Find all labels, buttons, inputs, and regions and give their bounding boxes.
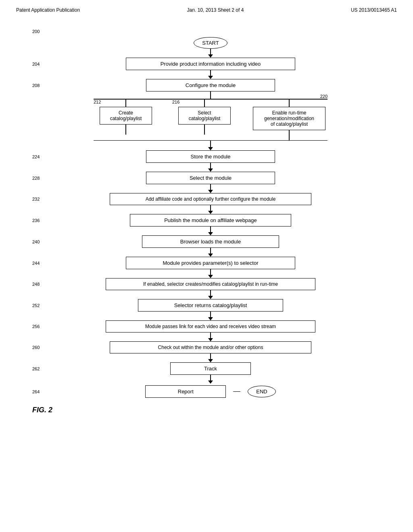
conn8 (210, 269, 211, 275)
node-232: Add affiliate code and optionally furthe… (110, 193, 311, 205)
node-220: Enable run-timegeneration/modificationof… (253, 107, 325, 130)
branch-section: 212 Createcatalog/playlist 216 Select (94, 91, 327, 150)
node-240: Browser loads the module (142, 235, 279, 248)
diagram-container: 200 START 204 Provide product informatio… (0, 17, 413, 430)
node-232-row: 232 Add affiliate code and optionally fu… (32, 193, 389, 205)
header-middle: Jan. 10, 2013 Sheet 2 of 4 (187, 7, 244, 13)
branch-216: 216 Selectcatalog/playlist (172, 100, 237, 135)
ref-260: 260 (32, 345, 40, 350)
branch-220: 220 Enable run-timegeneration/modificati… (251, 100, 327, 140)
conn7 (210, 248, 211, 254)
ref-212: 212 (94, 100, 101, 104)
ref-208: 208 (32, 83, 40, 88)
conn-216 (204, 100, 205, 107)
ref-216: 216 (172, 100, 179, 104)
node-204: Provide product information including vi… (126, 58, 295, 70)
node-212: Createcatalog/playlist (100, 107, 152, 125)
conn9 (210, 290, 211, 296)
node-264-row: 264 Report END (32, 385, 389, 398)
arrow-converge (208, 147, 213, 150)
node-252-row: 252 Selector returns catalog/playlist (32, 299, 389, 312)
ref-224: 224 (32, 154, 40, 159)
conn-216-b (204, 125, 205, 135)
node-256: Module passes link for each video and re… (106, 320, 315, 332)
branch-hline (94, 99, 327, 100)
ref-262: 262 (32, 366, 40, 371)
conn11 (210, 332, 211, 338)
arrow1 (208, 54, 213, 58)
conn-220-b (289, 130, 290, 140)
node-216: Selectcatalog/playlist (178, 107, 231, 125)
arrow13 (208, 380, 213, 384)
ref-244: 244 (32, 261, 40, 266)
ref-232: 232 (32, 197, 40, 202)
node-256-row: 256 Module passes link for each video an… (32, 320, 389, 332)
start-row: START (32, 37, 389, 49)
node-262: Track (170, 362, 251, 375)
conn-212-b (125, 125, 126, 135)
header-right: US 2013/0013465 A1 (351, 7, 397, 13)
conn-branch-top (210, 91, 211, 99)
end-node: END (248, 386, 275, 397)
conn-report-end (233, 391, 240, 392)
node-236: Publish the module on affiliate webpage (130, 214, 291, 227)
arrow2 (208, 76, 213, 79)
arrow10 (208, 317, 213, 320)
ref-248: 248 (32, 282, 40, 287)
conn6 (210, 227, 211, 232)
ref-264: 264 (32, 389, 40, 394)
page-header: Patent Application Publication Jan. 10, … (0, 0, 413, 17)
arrow8 (208, 275, 213, 278)
node-228-row: 228 Select the module (32, 172, 389, 184)
conn-converge (210, 141, 211, 147)
conn-220 (289, 100, 290, 107)
arrow7 (208, 254, 213, 257)
flowchart: START 204 Provide product information in… (32, 25, 389, 414)
start-node: START (194, 37, 227, 49)
node-204-row: 204 Provide product information includin… (32, 58, 389, 70)
arrow12 (208, 359, 213, 362)
conn3 (210, 163, 211, 168)
node-248: If enabled, selector creates/modifies ca… (106, 278, 315, 290)
ref-204: 204 (32, 62, 40, 66)
header-left: Patent Application Publication (16, 7, 80, 13)
node-240-row: 240 Browser loads the module (32, 235, 389, 248)
node-264: Report (145, 385, 226, 398)
conn10 (210, 312, 211, 317)
node-248-row: 248 If enabled, selector creates/modifie… (32, 278, 389, 290)
node-260-row: 260 Check out within the module and/or o… (32, 341, 389, 353)
node-244-row: 244 Module provides parameter(s) to sele… (32, 257, 389, 269)
conn2 (210, 70, 211, 76)
arrow5 (208, 211, 213, 214)
node-252: Selector returns catalog/playlist (138, 299, 283, 312)
conn4 (210, 184, 211, 190)
branch-hline-bottom (94, 140, 327, 141)
ref-220: 220 (320, 94, 327, 99)
ref-240: 240 (32, 239, 40, 244)
conn12 (210, 353, 211, 359)
conn13 (210, 375, 211, 380)
fig-label-row: FIG. 2 (32, 406, 389, 414)
node-236-row: 236 Publish the module on affiliate webp… (32, 214, 389, 227)
arrow9 (208, 296, 213, 299)
arrow4 (208, 190, 213, 193)
node-260: Check out within the module and/or other… (110, 341, 311, 353)
arrow11 (208, 338, 213, 341)
node-208: Configure the module (146, 79, 275, 91)
ref-256: 256 (32, 324, 40, 329)
node-228: Select the module (146, 172, 275, 184)
arrow6 (208, 232, 213, 235)
conn1 (210, 49, 211, 54)
node-262-row: 262 Track (32, 362, 389, 375)
ref-252: 252 (32, 303, 40, 308)
ref-228: 228 (32, 176, 40, 181)
ref-236: 236 (32, 218, 40, 223)
branch-items: 212 Createcatalog/playlist 216 Select (94, 100, 327, 140)
node-208-row: 208 Configure the module (32, 79, 389, 91)
report-end-group: Report END (145, 385, 275, 398)
node-244: Module provides parameter(s) to selector (126, 257, 295, 269)
fig-label: FIG. 2 (32, 406, 52, 414)
conn5 (210, 205, 211, 211)
conn-212 (125, 100, 126, 107)
node-224-row: 224 Store the module (32, 150, 389, 163)
